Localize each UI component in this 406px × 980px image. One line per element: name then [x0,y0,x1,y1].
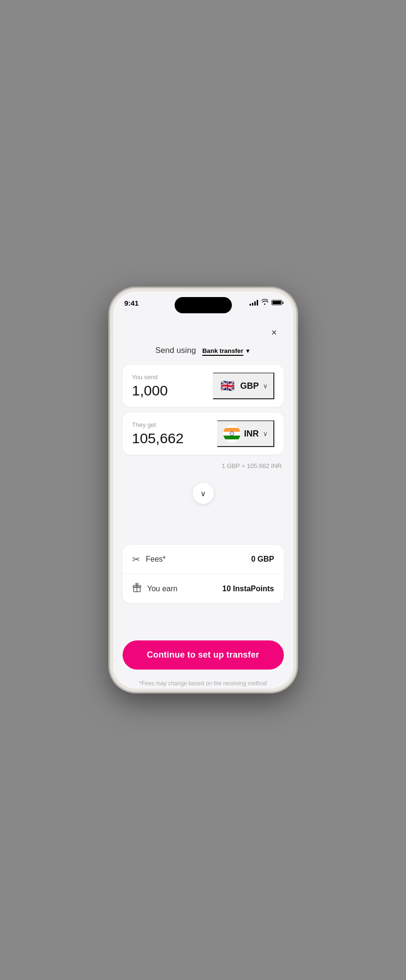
fees-value: 0 GBP [251,555,274,564]
payment-method-chevron-icon: ▼ [245,348,251,354]
close-button-row: × [113,320,293,340]
dynamic-island [175,297,232,313]
wifi-icon [261,299,269,306]
recipient-card: They get 105,662 [123,413,284,455]
spacer-2 [113,603,293,627]
sender-currency-chevron-icon: ∨ [263,382,268,390]
earn-label: You earn [147,585,177,593]
gift-icon [132,583,142,595]
battery-icon [271,300,282,305]
status-time: 9:41 [125,299,139,307]
fees-section: ✂ Fees* 0 GBP [123,545,284,603]
earn-row: You earn 10 InstaPoints [123,574,284,603]
exchange-rate: 1 GBP = 105.662 INR [113,460,293,477]
status-icons [250,299,282,306]
earn-value: 10 InstaPoints [222,585,274,593]
recipient-amount[interactable]: 105,662 [132,430,217,447]
continue-button-area: Continue to set up transfer [113,627,293,675]
sender-amount[interactable]: 1,000 [132,383,213,399]
sender-currency-selector[interactable]: 🇬🇧 GBP ∨ [213,373,274,399]
send-using-prefix: Send using [156,346,196,355]
sender-flag-icon: 🇬🇧 [219,377,236,394]
payment-method-label: Bank transfer [202,347,243,356]
close-button[interactable]: × [267,325,282,340]
collapse-button[interactable]: ∨ [193,483,214,504]
sender-currency-code: GBP [240,381,259,391]
recipient-currency-selector[interactable]: INR ∨ [217,420,274,447]
recipient-flag-icon [223,425,240,442]
send-method-header: Send using Bank transfer ▼ [113,340,293,365]
disclaimer-text: *Fees may change based on the receiving … [113,675,293,689]
spacer [113,511,293,535]
signal-bars-icon [250,300,258,306]
phone-shell: 9:41 [110,288,296,692]
svg-rect-3 [223,436,240,439]
earn-left: You earn [132,583,177,595]
fees-label: Fees* [146,555,166,564]
collapse-area: ∨ [113,477,293,511]
screen-content: 9:41 [113,291,293,689]
svg-rect-1 [223,428,240,432]
fees-row: ✂ Fees* 0 GBP [123,545,284,574]
sender-card: You send 1,000 🇬🇧 GBP ∨ [123,365,284,407]
recipient-currency-code: INR [244,429,259,439]
continue-button[interactable]: Continue to set up transfer [123,640,284,670]
sender-left: You send 1,000 [132,373,213,399]
recipient-left: They get 105,662 [132,421,217,447]
recipient-currency-chevron-icon: ∨ [263,430,268,437]
recipient-label: They get [132,421,217,428]
fees-left: ✂ Fees* [132,554,166,565]
sender-label: You send [132,373,213,381]
phone-screen: 9:41 [113,291,293,689]
collapse-chevron-icon: ∨ [200,489,206,498]
scissors-icon: ✂ [132,554,140,565]
svg-point-5 [231,433,232,434]
payment-method-selector[interactable]: Bank transfer ▼ [202,347,251,354]
